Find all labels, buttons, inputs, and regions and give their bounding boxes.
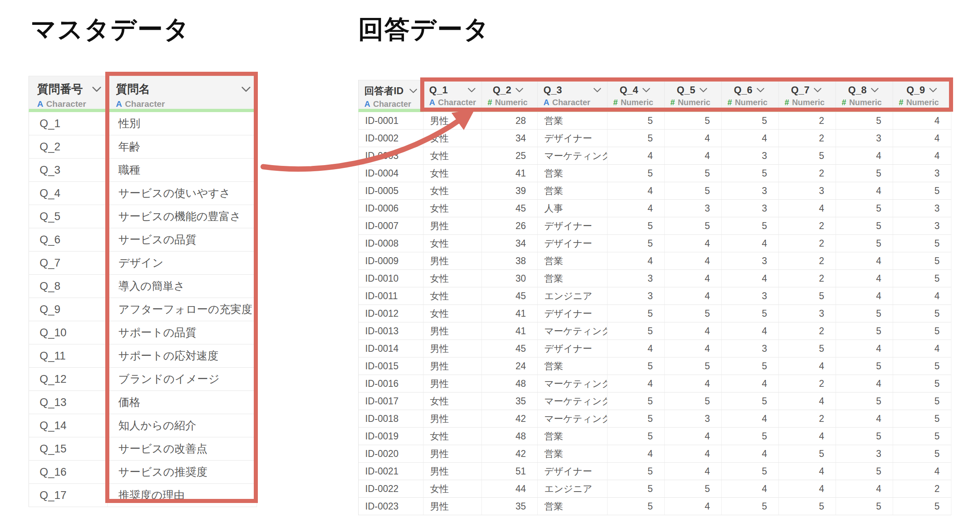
cell-Q_7: 3 — [779, 182, 836, 200]
cell-Q_9: 5 — [893, 270, 951, 287]
cell-質問番号: Q_4 — [29, 182, 108, 205]
cell-Q_6: 3 — [722, 340, 779, 357]
cell-回答者ID: ID-0005 — [358, 182, 423, 200]
cell-Q_2: 48 — [482, 428, 538, 445]
cell-Q_3: デザイナー — [538, 217, 608, 235]
table-row: Q_13価格 — [29, 391, 257, 414]
table-row: Q_1性別 — [29, 112, 257, 135]
cell-Q_5: 3 — [665, 200, 722, 217]
chevron-down-icon[interactable] — [929, 88, 937, 93]
table-row: Q_2年齢 — [29, 135, 257, 159]
column-header-Q_5[interactable]: Q_5#Numeric — [665, 80, 722, 112]
cell-Q_6: 5 — [722, 305, 779, 322]
chevron-down-icon[interactable] — [515, 88, 523, 93]
cell-Q_4: 4 — [608, 182, 665, 200]
chevron-down-icon[interactable] — [92, 86, 102, 92]
cell-Q_8: 5 — [836, 112, 893, 130]
cell-質問名: 知人からの紹介 — [108, 414, 257, 437]
column-header-質問名[interactable]: 質問名ACharacter — [108, 76, 257, 112]
chevron-down-icon[interactable] — [699, 88, 707, 93]
cell-Q_8: 5 — [836, 165, 893, 182]
column-header-Q_1[interactable]: Q_1ACharacter — [423, 80, 482, 112]
cell-Q_3: エンジニア — [538, 287, 608, 305]
cell-Q_2: 45 — [482, 200, 538, 217]
cell-質問番号: Q_12 — [29, 368, 108, 391]
cell-Q_7: 3 — [779, 305, 836, 322]
cell-Q_9: 5 — [893, 235, 951, 252]
cell-Q_3: デザイナー — [538, 340, 608, 357]
cell-Q_8: 4 — [836, 270, 893, 287]
cell-Q_1: 男性 — [423, 357, 482, 375]
cell-Q_5: 4 — [665, 235, 722, 252]
table-row: ID-0009男性38営業443245 — [358, 252, 951, 270]
character-type-icon: A — [543, 98, 549, 107]
column-header-Q_4[interactable]: Q_4#Numeric — [608, 80, 665, 112]
column-header-Q_9[interactable]: Q_9#Numeric — [893, 80, 951, 112]
table-row: ID-0014男性45デザイナー443544 — [358, 340, 951, 357]
cell-質問番号: Q_1 — [29, 112, 108, 135]
column-header-回答者ID[interactable]: 回答者IDACharacter — [358, 80, 423, 112]
cell-Q_3: エンジニア — [538, 480, 608, 498]
table-row: Q_16サービスの推奨度 — [29, 461, 257, 484]
column-label: 質問番号 — [37, 82, 83, 97]
column-header-質問番号[interactable]: 質問番号ACharacter — [29, 76, 108, 112]
master-table-header: 質問番号ACharacter質問名ACharacter — [29, 76, 257, 112]
cell-Q_2: 42 — [482, 445, 538, 463]
column-label: Q_7 — [791, 84, 809, 96]
chevron-down-icon[interactable] — [814, 88, 822, 93]
cell-Q_1: 男性 — [423, 445, 482, 463]
cell-Q_3: マーケティング — [538, 375, 608, 393]
table-row: ID-0023男性35営業545555 — [358, 498, 951, 515]
chevron-down-icon[interactable] — [468, 88, 476, 93]
cell-回答者ID: ID-0008 — [358, 235, 423, 252]
column-header-Q_2[interactable]: Q_2#Numeric — [482, 80, 538, 112]
column-header-Q_8[interactable]: Q_8#Numeric — [836, 80, 893, 112]
cell-質問番号: Q_14 — [29, 414, 108, 437]
cell-Q_4: 4 — [608, 147, 665, 165]
cell-Q_8: 4 — [836, 182, 893, 200]
cell-Q_7: 4 — [779, 357, 836, 375]
cell-Q_6: 4 — [722, 130, 779, 147]
cell-Q_3: 営業 — [538, 112, 608, 130]
cell-回答者ID: ID-0019 — [358, 428, 423, 445]
chevron-down-icon[interactable] — [756, 88, 765, 93]
answers-table-body: ID-0001男性28営業555254ID-0002女性34デザイナー54423… — [358, 112, 951, 515]
column-type: ACharacter — [423, 98, 481, 107]
column-header-Q_6[interactable]: Q_6#Numeric — [722, 80, 779, 112]
chevron-down-icon[interactable] — [642, 88, 650, 93]
cell-質問番号: Q_3 — [29, 159, 108, 182]
chevron-down-icon[interactable] — [409, 88, 417, 93]
cell-Q_7: 2 — [779, 165, 836, 182]
column-header-Q_7[interactable]: Q_7#Numeric — [779, 80, 836, 112]
cell-Q_2: 41 — [482, 165, 538, 182]
cell-Q_7: 2 — [779, 252, 836, 270]
table-row: Q_5サービスの機能の豊富さ — [29, 205, 257, 228]
cell-Q_4: 3 — [608, 287, 665, 305]
cell-Q_6: 5 — [722, 428, 779, 445]
chevron-down-icon[interactable] — [871, 88, 879, 93]
column-type-label: Character — [438, 98, 476, 107]
cell-Q_7: 5 — [779, 498, 836, 515]
cell-Q_2: 34 — [482, 235, 538, 252]
cell-Q_5: 5 — [665, 393, 722, 410]
cell-Q_4: 5 — [608, 112, 665, 130]
column-label: Q_6 — [734, 84, 752, 96]
column-label: Q_8 — [848, 84, 867, 96]
cell-Q_8: 3 — [836, 130, 893, 147]
chevron-down-icon[interactable] — [593, 88, 601, 93]
column-label: Q_1 — [429, 84, 448, 96]
column-type-label: Character — [373, 99, 411, 109]
cell-Q_6: 4 — [722, 410, 779, 428]
cell-Q_6: 4 — [722, 270, 779, 287]
chevron-down-icon[interactable] — [241, 86, 251, 92]
table-row: Q_7デザイン — [29, 251, 257, 275]
cell-Q_5: 4 — [665, 498, 722, 515]
column-type: ACharacter — [29, 99, 107, 109]
cell-Q_1: 女性 — [423, 305, 482, 322]
cell-Q_2: 48 — [482, 375, 538, 393]
cell-Q_9: 5 — [893, 322, 951, 340]
table-row: Q_17推奨度の理由 — [29, 484, 257, 507]
column-header-Q_3[interactable]: Q_3ACharacter — [538, 80, 608, 112]
column-type: ACharacter — [359, 99, 423, 109]
cell-Q_4: 5 — [608, 322, 665, 340]
